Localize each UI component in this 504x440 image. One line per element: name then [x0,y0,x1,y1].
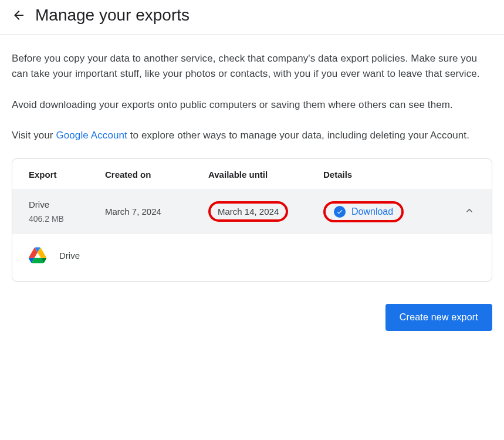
table-row: Drive 406.2 MB March 7, 2024 March 14, 2… [12,189,492,234]
back-arrow-icon[interactable] [12,8,26,22]
export-size: 406.2 MB [29,214,105,224]
export-name: Drive [29,199,105,209]
create-new-export-button[interactable]: Create new export [385,304,492,331]
drive-icon [29,247,46,263]
row-detail: Drive [12,234,492,281]
download-highlight: Download [323,201,404,222]
th-created: Created on [105,170,208,180]
th-details: Details [323,170,475,180]
cell-created: March 7, 2024 [105,207,208,216]
content-area: Before you copy your data to another ser… [0,35,504,293]
cell-until: March 14, 2024 [208,201,323,222]
check-icon [334,206,346,218]
google-account-link[interactable]: Google Account [56,130,127,141]
th-until: Available until [208,170,323,180]
available-until-date: March 14, 2024 [218,207,279,216]
intro-p2: Avoid downloading your exports onto publ… [12,97,492,113]
th-export: Export [29,170,105,180]
footer: Create new export [0,293,504,345]
intro-p3: Visit your Google Account to explore oth… [12,128,492,143]
detail-label: Drive [59,251,80,260]
page-title: Manage your exports [35,6,190,25]
available-until-highlight: March 14, 2024 [208,201,288,222]
intro-p1: Before you copy your data to another ser… [12,51,492,82]
page-header: Manage your exports [0,0,504,35]
expand-toggle[interactable] [452,205,475,219]
exports-card: Export Created on Available until Detail… [12,158,492,282]
cell-export: Drive 406.2 MB [29,199,105,224]
intro-text: Before you copy your data to another ser… [12,51,492,143]
table-header: Export Created on Available until Detail… [12,159,492,189]
download-link[interactable]: Download [351,207,393,217]
chevron-up-icon [464,208,475,218]
cell-details: Download [323,201,452,222]
